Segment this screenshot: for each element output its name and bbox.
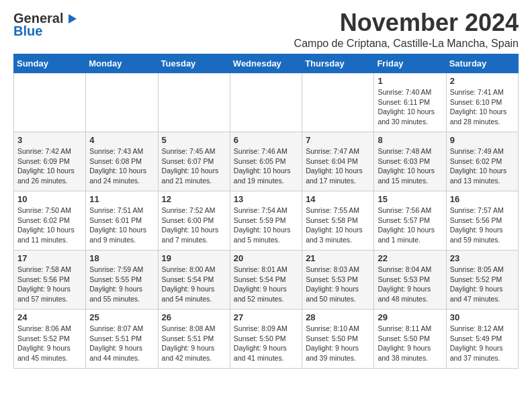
- day-info: Sunrise: 7:50 AM Sunset: 6:02 PM Dayligh…: [17, 205, 82, 245]
- day-number: 3: [17, 135, 82, 145]
- day-number: 8: [378, 135, 442, 145]
- location: Campo de Criptana, Castille-La Mancha, S…: [294, 38, 519, 50]
- calendar-cell: 11Sunrise: 7:51 AM Sunset: 6:01 PM Dayli…: [86, 191, 158, 250]
- calendar-cell: [86, 73, 158, 132]
- weekday-header-row: SundayMondayTuesdayWednesdayThursdayFrid…: [14, 54, 519, 73]
- day-info: Sunrise: 7:40 AM Sunset: 6:11 PM Dayligh…: [378, 87, 442, 127]
- weekday-header-sunday: Sunday: [14, 54, 86, 73]
- weekday-header-monday: Monday: [86, 54, 158, 73]
- day-info: Sunrise: 8:06 AM Sunset: 5:52 PM Dayligh…: [17, 324, 82, 363]
- calendar-cell: 1Sunrise: 7:40 AM Sunset: 6:11 PM Daylig…: [374, 73, 446, 132]
- calendar-cell: 16Sunrise: 7:57 AM Sunset: 5:56 PM Dayli…: [446, 191, 518, 250]
- calendar-cell: 29Sunrise: 8:11 AM Sunset: 5:50 PM Dayli…: [374, 310, 446, 369]
- calendar-cell: 9Sunrise: 7:49 AM Sunset: 6:02 PM Daylig…: [446, 132, 518, 191]
- calendar-week-4: 17Sunrise: 7:58 AM Sunset: 5:56 PM Dayli…: [14, 250, 519, 310]
- day-number: 15: [378, 194, 442, 204]
- day-info: Sunrise: 7:55 AM Sunset: 5:58 PM Dayligh…: [306, 205, 370, 245]
- day-number: 12: [162, 194, 226, 204]
- logo: General Blue: [13, 11, 79, 39]
- calendar-cell: 18Sunrise: 7:59 AM Sunset: 5:55 PM Dayli…: [86, 250, 158, 310]
- day-info: Sunrise: 8:08 AM Sunset: 5:51 PM Dayligh…: [162, 324, 226, 363]
- day-info: Sunrise: 7:42 AM Sunset: 6:09 PM Dayligh…: [17, 146, 82, 186]
- logo-blue: Blue: [13, 24, 42, 39]
- day-number: 19: [162, 253, 226, 263]
- day-number: 10: [17, 194, 82, 204]
- day-info: Sunrise: 7:52 AM Sunset: 6:00 PM Dayligh…: [162, 205, 226, 245]
- calendar-cell: 30Sunrise: 8:12 AM Sunset: 5:49 PM Dayli…: [446, 310, 518, 369]
- month-title: November 2024: [294, 11, 519, 35]
- calendar-cell: 15Sunrise: 7:56 AM Sunset: 5:57 PM Dayli…: [374, 191, 446, 250]
- day-number: 21: [306, 253, 370, 263]
- day-number: 18: [89, 253, 154, 263]
- day-number: 27: [234, 312, 298, 322]
- day-info: Sunrise: 8:01 AM Sunset: 5:54 PM Dayligh…: [234, 265, 298, 304]
- day-info: Sunrise: 7:54 AM Sunset: 5:59 PM Dayligh…: [234, 205, 298, 245]
- day-info: Sunrise: 8:00 AM Sunset: 5:54 PM Dayligh…: [162, 265, 226, 304]
- day-info: Sunrise: 8:12 AM Sunset: 5:49 PM Dayligh…: [450, 324, 515, 363]
- day-number: 22: [378, 253, 442, 263]
- calendar-cell: [230, 73, 302, 132]
- day-info: Sunrise: 8:07 AM Sunset: 5:51 PM Dayligh…: [89, 324, 154, 363]
- day-info: Sunrise: 7:58 AM Sunset: 5:56 PM Dayligh…: [17, 265, 82, 304]
- calendar-cell: 25Sunrise: 8:07 AM Sunset: 5:51 PM Dayli…: [86, 310, 158, 369]
- day-info: Sunrise: 7:51 AM Sunset: 6:01 PM Dayligh…: [89, 205, 154, 245]
- weekday-header-friday: Friday: [374, 54, 446, 73]
- day-info: Sunrise: 7:48 AM Sunset: 6:03 PM Dayligh…: [378, 146, 442, 186]
- day-number: 5: [162, 135, 226, 145]
- calendar-cell: 4Sunrise: 7:43 AM Sunset: 6:08 PM Daylig…: [86, 132, 158, 191]
- day-number: 1: [378, 76, 442, 86]
- calendar-cell: 21Sunrise: 8:03 AM Sunset: 5:53 PM Dayli…: [302, 250, 374, 310]
- day-info: Sunrise: 7:45 AM Sunset: 6:07 PM Dayligh…: [162, 146, 226, 186]
- day-info: Sunrise: 7:59 AM Sunset: 5:55 PM Dayligh…: [89, 265, 154, 304]
- calendar-cell: [158, 73, 230, 132]
- day-number: 4: [89, 135, 154, 145]
- calendar-cell: 14Sunrise: 7:55 AM Sunset: 5:58 PM Dayli…: [302, 191, 374, 250]
- day-info: Sunrise: 8:03 AM Sunset: 5:53 PM Dayligh…: [306, 265, 370, 304]
- day-number: 11: [89, 194, 154, 204]
- day-number: 26: [162, 312, 226, 322]
- svg-marker-0: [69, 14, 77, 24]
- calendar-cell: 3Sunrise: 7:42 AM Sunset: 6:09 PM Daylig…: [14, 132, 86, 191]
- day-info: Sunrise: 8:11 AM Sunset: 5:50 PM Dayligh…: [378, 324, 442, 363]
- day-info: Sunrise: 8:05 AM Sunset: 5:52 PM Dayligh…: [450, 265, 515, 304]
- day-info: Sunrise: 8:09 AM Sunset: 5:50 PM Dayligh…: [234, 324, 298, 363]
- calendar-cell: 10Sunrise: 7:50 AM Sunset: 6:02 PM Dayli…: [14, 191, 86, 250]
- day-number: 9: [450, 135, 515, 145]
- day-number: 2: [450, 76, 515, 86]
- day-number: 29: [378, 312, 442, 322]
- day-number: 30: [450, 312, 515, 322]
- calendar-cell: [14, 73, 86, 132]
- calendar-cell: 24Sunrise: 8:06 AM Sunset: 5:52 PM Dayli…: [14, 310, 86, 369]
- day-number: 23: [450, 253, 515, 263]
- page-header: General Blue November 2024 Campo de Crip…: [13, 11, 519, 50]
- calendar-week-5: 24Sunrise: 8:06 AM Sunset: 5:52 PM Dayli…: [14, 310, 519, 369]
- calendar-cell: 6Sunrise: 7:46 AM Sunset: 6:05 PM Daylig…: [230, 132, 302, 191]
- weekday-header-wednesday: Wednesday: [230, 54, 302, 73]
- day-number: 25: [89, 312, 154, 322]
- day-number: 28: [306, 312, 370, 322]
- calendar-cell: [302, 73, 374, 132]
- weekday-header-tuesday: Tuesday: [158, 54, 230, 73]
- day-info: Sunrise: 7:57 AM Sunset: 5:56 PM Dayligh…: [450, 205, 515, 245]
- day-number: 24: [17, 312, 82, 322]
- calendar-cell: 2Sunrise: 7:41 AM Sunset: 6:10 PM Daylig…: [446, 73, 518, 132]
- day-info: Sunrise: 8:10 AM Sunset: 5:50 PM Dayligh…: [306, 324, 370, 363]
- calendar-week-3: 10Sunrise: 7:50 AM Sunset: 6:02 PM Dayli…: [14, 191, 519, 250]
- day-info: Sunrise: 8:04 AM Sunset: 5:53 PM Dayligh…: [378, 265, 442, 304]
- calendar-cell: 5Sunrise: 7:45 AM Sunset: 6:07 PM Daylig…: [158, 132, 230, 191]
- calendar-cell: 22Sunrise: 8:04 AM Sunset: 5:53 PM Dayli…: [374, 250, 446, 310]
- calendar-cell: 20Sunrise: 8:01 AM Sunset: 5:54 PM Dayli…: [230, 250, 302, 310]
- calendar-cell: 12Sunrise: 7:52 AM Sunset: 6:00 PM Dayli…: [158, 191, 230, 250]
- day-info: Sunrise: 7:56 AM Sunset: 5:57 PM Dayligh…: [378, 205, 442, 245]
- day-info: Sunrise: 7:49 AM Sunset: 6:02 PM Dayligh…: [450, 146, 515, 186]
- day-info: Sunrise: 7:43 AM Sunset: 6:08 PM Dayligh…: [89, 146, 154, 186]
- calendar-cell: 7Sunrise: 7:47 AM Sunset: 6:04 PM Daylig…: [302, 132, 374, 191]
- title-block: November 2024 Campo de Criptana, Castill…: [294, 11, 519, 50]
- day-number: 16: [450, 194, 515, 204]
- day-number: 20: [234, 253, 298, 263]
- day-number: 7: [306, 135, 370, 145]
- day-info: Sunrise: 7:47 AM Sunset: 6:04 PM Dayligh…: [306, 146, 370, 186]
- logo-icon: [64, 11, 79, 26]
- calendar-cell: 23Sunrise: 8:05 AM Sunset: 5:52 PM Dayli…: [446, 250, 518, 310]
- calendar-cell: 27Sunrise: 8:09 AM Sunset: 5:50 PM Dayli…: [230, 310, 302, 369]
